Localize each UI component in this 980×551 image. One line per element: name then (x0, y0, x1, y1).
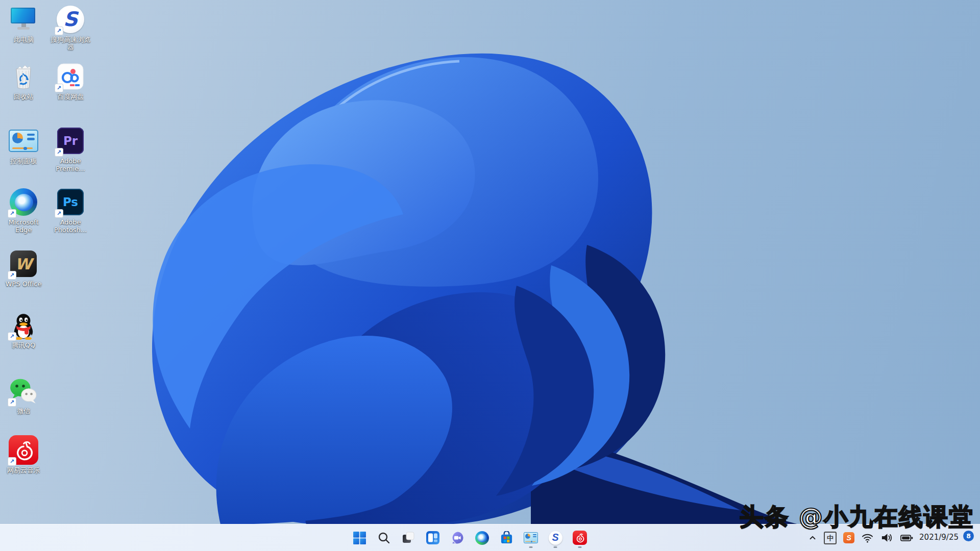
adobe-premiere-icon: Pr ↗ (55, 126, 86, 156)
desktop-icon-label: 网易云音乐 (7, 466, 40, 474)
widgets-icon (426, 531, 439, 544)
ime-chinese-icon: 中 (824, 532, 837, 544)
desktop-icon-label: 微信 (17, 407, 30, 415)
task-view-button[interactable] (397, 527, 420, 549)
desktop-icon-label: 腾讯QQ (12, 341, 35, 349)
desktop-icon-microsoft-edge[interactable]: ↗ Microsoft Edge (0, 187, 47, 234)
windows-desktop[interactable]: { "colors":{ "background_left":"#aac3dc"… (0, 0, 980, 551)
wifi-icon (861, 532, 874, 544)
desktop-icon-recycle-bin[interactable]: 回收站 (0, 61, 47, 101)
adobe-photoshop-icon: Ps ↗ (55, 187, 86, 217)
desktop-icon-control-panel[interactable]: 控制面板 (0, 126, 47, 165)
wifi-button[interactable] (860, 531, 875, 545)
store-button[interactable] (495, 527, 518, 549)
start-button[interactable] (348, 527, 371, 549)
desktop-icon-adobe-premiere[interactable]: Pr ↗ Adobe Premie... (47, 126, 94, 173)
sogou-browser-icon: S (549, 531, 562, 545)
desktop-icon-label: 搜狗高速浏览器 (49, 36, 92, 52)
desktop-icon-label: Microsoft Edge (2, 218, 45, 234)
show-hidden-icons-button[interactable] (807, 532, 818, 543)
running-indicator (554, 546, 557, 548)
desktop-icon-adobe-photoshop[interactable]: Ps ↗ Adobe Photosh... (47, 187, 94, 234)
desktop-icon-netease-music[interactable]: ↗ 网易云音乐 (0, 435, 47, 474)
desktop-icon-tencent-qq[interactable]: ↗ 腾讯QQ (0, 310, 47, 349)
control-panel-icon (524, 532, 538, 543)
search-button[interactable] (373, 527, 395, 549)
shortcut-arrow-icon: ↗ (55, 148, 63, 157)
sogou-input-icon: S (843, 532, 854, 543)
volume-button[interactable] (879, 531, 894, 545)
sogou-browser-taskbar-button[interactable]: S (544, 527, 567, 549)
sogou-ime-button[interactable]: S (842, 531, 855, 544)
system-tray: 中 S 2021/9/25 8 (807, 524, 974, 551)
battery-icon (900, 532, 914, 544)
this-pc-icon (8, 4, 39, 35)
shortcut-arrow-icon: ↗ (8, 398, 16, 407)
taskbar: S 中 S (0, 524, 980, 551)
notification-badge[interactable]: 8 (963, 531, 974, 541)
edge-button[interactable] (471, 527, 493, 549)
netease-music-taskbar-button[interactable] (569, 527, 591, 549)
netease-music-icon (573, 531, 586, 544)
shortcut-arrow-icon: ↗ (55, 84, 63, 92)
desktop-icon-wps-office[interactable]: W ↗ WPS Office (0, 248, 47, 288)
desktop-icon-label: 此电脑 (14, 36, 34, 43)
speaker-icon (880, 532, 893, 544)
shortcut-arrow-icon: ↗ (8, 271, 16, 280)
tray-date: 2021/9/25 (919, 533, 959, 542)
desktop-icon-label: WPS Office (5, 280, 41, 288)
control-panel-icon (8, 126, 39, 156)
qq-penguin-icon: ↗ (8, 310, 39, 340)
chat-button[interactable] (446, 527, 469, 549)
running-indicator (578, 546, 582, 548)
netease-music-icon: ↗ (8, 435, 39, 465)
windows-logo-icon (353, 531, 366, 545)
shortcut-arrow-icon: ↗ (55, 209, 63, 218)
control-panel-taskbar-button[interactable] (520, 527, 542, 549)
battery-button[interactable] (899, 531, 915, 545)
baidu-netdisk-icon: ↗ (55, 61, 86, 92)
clock[interactable]: 2021/9/25 (919, 533, 959, 542)
shortcut-arrow-icon: ↗ (8, 332, 16, 341)
desktop-icon-this-pc[interactable]: 此电脑 (0, 4, 47, 43)
task-view-icon (402, 531, 415, 544)
chat-icon (451, 531, 464, 544)
edge-icon (475, 531, 489, 545)
wps-office-icon: W ↗ (8, 248, 39, 279)
desktop-icon-baidu-netdisk[interactable]: ↗ 百度网盘 (47, 61, 94, 101)
recycle-bin-icon (8, 61, 39, 92)
widgets-button[interactable] (422, 527, 444, 549)
desktop-icon-wechat[interactable]: ↗ 微信 (0, 375, 47, 415)
shortcut-arrow-icon: ↗ (55, 27, 63, 35)
desktop-icon-label: 回收站 (14, 93, 34, 101)
microsoft-store-icon (500, 531, 513, 545)
ime-mode-button[interactable]: 中 (823, 531, 838, 545)
shortcut-arrow-icon: ↗ (8, 209, 16, 218)
shortcut-arrow-icon: ↗ (8, 457, 16, 466)
edge-icon: ↗ (8, 187, 39, 217)
desktop-icon-label: Adobe Photosh... (49, 218, 92, 234)
desktop-icon-label: 百度网盘 (57, 93, 84, 101)
sogou-browser-icon: S ↗ (55, 4, 86, 35)
wechat-icon: ↗ (8, 375, 39, 406)
desktop-icon-sogou-browser[interactable]: S ↗ 搜狗高速浏览器 (47, 4, 94, 52)
taskbar-center-icons: S (348, 524, 591, 551)
search-icon (377, 531, 390, 544)
desktop-area[interactable]: 此电脑 S ↗ 搜狗高速浏览器 回收站 (0, 0, 980, 551)
desktop-icon-label: Adobe Premie... (49, 157, 92, 173)
chevron-up-icon (808, 533, 817, 542)
running-indicator (529, 546, 533, 548)
desktop-icon-label: 控制面板 (10, 157, 37, 165)
